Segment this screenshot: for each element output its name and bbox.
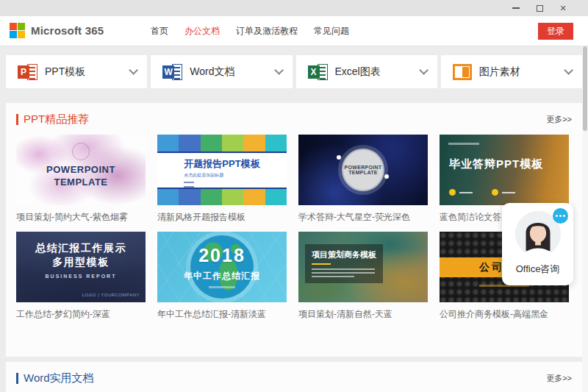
thumb-footer: LOGO | YOURCOMPANY: [82, 293, 140, 297]
thumb-title-line: TEMPLATE: [54, 177, 107, 188]
thumb-year: 2018: [157, 245, 287, 266]
template-caption: 清新风格开题报告模板: [157, 211, 287, 221]
deco-dot: [449, 189, 456, 196]
template-thumbnail: 总结汇报工作展示 多用型模板 BUSINESS REPORT LOGO | YO…: [16, 232, 146, 302]
office-chat-widget[interactable]: Office咨询: [502, 203, 573, 285]
chat-widget-label: Office咨询: [516, 263, 560, 276]
thumb-title-line: POWERPOINT: [46, 164, 115, 175]
template-card[interactable]: POWERPOINT TEMPLATE 学术答辩-大气星空-荧光深色: [298, 135, 428, 221]
section-title: Word实用文档: [24, 371, 94, 385]
nav-item-orders-activation[interactable]: 订单及激活教程: [236, 25, 298, 38]
logo-square-yellow: [18, 31, 25, 38]
section-accent-bar: [16, 373, 18, 384]
template-caption: 学术答辩-大气星空-荧光深色: [298, 211, 428, 221]
category-excel-charts[interactable]: X Excel图表: [296, 55, 437, 88]
excel-icon-letter: X: [308, 65, 320, 79]
thumb-title-panel: 项目策划商务模板: [305, 244, 383, 283]
category-image-assets[interactable]: 图片素材: [441, 55, 582, 88]
chevron-down-icon: [564, 65, 573, 75]
brand: Microsoft 365: [10, 23, 104, 38]
template-thumbnail: 项目策划商务模板: [298, 232, 428, 302]
section-accent-bar: [16, 114, 18, 125]
title-underline: [312, 263, 331, 265]
category-label: 图片素材: [479, 65, 520, 79]
more-link[interactable]: 更多>>: [546, 114, 572, 125]
template-caption: 年中工作总结汇报-清新淡蓝: [157, 308, 287, 318]
chat-bubble-icon: [553, 208, 568, 224]
template-caption: 项目策划-清新自然-天蓝: [298, 308, 428, 318]
ppt-recommend-section: PPT精品推荐 更多>> POWERPOINT TEMPLATE 项目策划-简约…: [6, 103, 582, 357]
chevron-down-icon: [419, 65, 429, 75]
chevron-down-icon: [274, 65, 284, 75]
section-header: PPT精品推荐 更多>>: [6, 103, 582, 133]
template-card[interactable]: 2018 年中工作总结汇报 年中工作总结汇报-清新淡蓝: [157, 232, 287, 318]
powerpoint-icon: P: [18, 63, 37, 81]
template-grid: POWERPOINT TEMPLATE 项目策划-简约大气-紫色烟雾 开题报告P…: [6, 133, 582, 318]
maximize-button[interactable]: [535, 4, 544, 13]
word-icon-letter: W: [162, 65, 174, 79]
placeholder-line: [312, 272, 375, 274]
template-thumbnail: 毕业答辩PPT模板: [440, 135, 569, 205]
logo-square-green: [18, 23, 25, 30]
minimize-icon: [512, 7, 520, 9]
main-nav: 首页 办公文档 订单及激活教程 常见问题: [151, 16, 349, 46]
more-link[interactable]: 更多>>: [546, 373, 572, 384]
template-thumbnail: 开题报告PPT模板 点击此处添加副标题: [157, 135, 287, 205]
placeholder-line: [312, 276, 354, 277]
thumb-circle-badge: POWERPOINT TEMPLATE: [342, 149, 384, 191]
excel-icon: X: [308, 63, 328, 81]
category-label: PPT模板: [45, 65, 85, 79]
word-docs-section: Word实用文档 更多>>: [6, 362, 582, 392]
maximize-icon: [537, 5, 543, 12]
template-thumbnail: 2018 年中工作总结汇报: [157, 232, 287, 302]
category-word-docs[interactable]: W Word文档: [151, 55, 292, 88]
nav-item-home[interactable]: 首页: [151, 25, 168, 38]
color-stripes: [157, 135, 287, 152]
category-label: Word文档: [190, 65, 234, 79]
thumb-subtitle: BUSINESS REPORT: [16, 274, 146, 279]
chevron-down-icon: [129, 65, 139, 75]
thumb-title: 项目策划商务模板: [312, 249, 376, 260]
thumb-footer: [449, 189, 515, 196]
deco-dot: [384, 174, 389, 179]
minimize-button[interactable]: [512, 4, 520, 13]
placeholder-line: [459, 192, 473, 193]
template-thumbnail: POWERPOINT TEMPLATE: [16, 135, 146, 205]
placeholder-line: [209, 286, 235, 288]
microsoft-logo-icon: [10, 23, 25, 38]
window-titlebar: ✕: [0, 0, 588, 16]
template-caption: 公司推介商务模板-高端黑金: [440, 308, 569, 318]
color-stripes: [157, 189, 287, 206]
template-caption: 工作总结-梦幻简约-深蓝: [16, 308, 146, 318]
template-card[interactable]: 项目策划商务模板 项目策划-清新自然-天蓝: [298, 232, 428, 318]
thumb-title-line: 多用型模板: [52, 256, 110, 268]
template-thumbnail: POWERPOINT TEMPLATE: [298, 135, 428, 205]
nav-item-faq[interactable]: 常见问题: [314, 25, 349, 38]
thumb-title: 开题报告PPT模板: [184, 157, 259, 171]
placeholder-line: [184, 186, 194, 188]
image-assets-icon: [453, 64, 472, 80]
powerpoint-icon-letter: P: [18, 65, 29, 79]
nav-item-office-docs[interactable]: 办公文档: [184, 25, 220, 38]
close-button[interactable]: ✕: [559, 4, 567, 13]
logo-square-red: [10, 23, 17, 30]
thumb-title: 毕业答辩PPT模板: [449, 157, 543, 171]
template-card[interactable]: 开题报告PPT模板 点击此处添加副标题 清新风格开题报告模板: [157, 135, 287, 221]
template-caption: 项目策划-简约大气-紫色烟雾: [16, 211, 146, 221]
thumb-title: 年中工作总结汇报: [157, 270, 287, 282]
deco-dot: [337, 155, 341, 160]
scrollbar-thumb[interactable]: [583, 46, 587, 131]
thumb-subtitle: 点击此处添加副标题: [184, 172, 259, 179]
category-bar: P PPT模板 W Word文档 X Excel图表 图片素材: [6, 55, 582, 88]
section-header: Word实用文档 更多>>: [6, 362, 582, 392]
deco-dot: [492, 189, 498, 196]
placeholder-line: [502, 192, 515, 193]
template-card[interactable]: 总结汇报工作展示 多用型模板 BUSINESS REPORT LOGO | YO…: [16, 232, 146, 318]
category-label: Excel图表: [335, 65, 381, 79]
template-card[interactable]: POWERPOINT TEMPLATE 项目策划-简约大气-紫色烟雾: [16, 135, 146, 221]
login-button[interactable]: 登录: [538, 23, 573, 40]
category-ppt-templates[interactable]: P PPT模板: [6, 55, 147, 88]
word-icon: W: [162, 63, 182, 81]
logo-ring: [72, 143, 90, 160]
close-icon: ✕: [559, 4, 566, 13]
